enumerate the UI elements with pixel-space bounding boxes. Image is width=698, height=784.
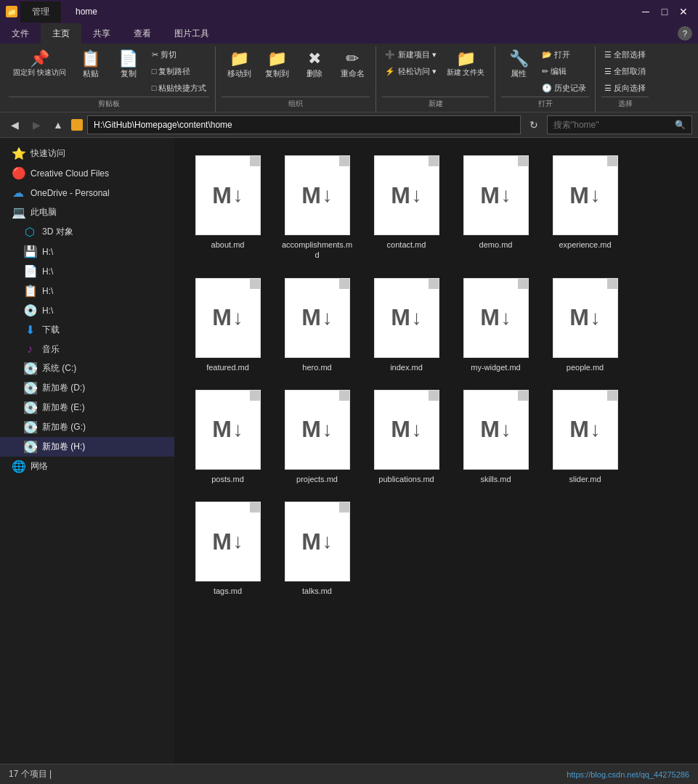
ribbon-tab-share[interactable]: 共享 bbox=[81, 23, 122, 44]
paste-shortcut-button[interactable]: □ 粘贴快捷方式 bbox=[149, 81, 210, 95]
close-button[interactable]: ✕ bbox=[675, 3, 692, 20]
pin-icon: 📌 bbox=[30, 51, 49, 67]
ribbon-tab-picture[interactable]: 图片工具 bbox=[163, 23, 221, 44]
sidebar-item-vol-d[interactable]: 💽 新加卷 (D:) bbox=[0, 378, 174, 398]
file-name: talks.md bbox=[302, 586, 332, 596]
file-item[interactable]: M↓hero.md bbox=[275, 272, 359, 378]
select-label: 选择 bbox=[601, 97, 649, 112]
title-tab-home[interactable]: home bbox=[64, 2, 109, 21]
back-button[interactable]: ◀ bbox=[6, 116, 23, 134]
delete-button[interactable]: ✖ 删除 bbox=[297, 48, 332, 82]
sidebar-item-system-c[interactable]: 💽 系统 (C:) bbox=[0, 359, 174, 378]
sidebar-item-h2[interactable]: 📄 H:\ bbox=[0, 261, 174, 281]
file-item[interactable]: M↓publications.md bbox=[365, 384, 448, 490]
file-item[interactable]: M↓my-widget.md bbox=[454, 272, 537, 378]
sidebar-item-3d[interactable]: ⬡ 3D 对象 bbox=[0, 222, 174, 242]
delete-icon: ✖ bbox=[308, 51, 321, 67]
copy-to-button[interactable]: 📁 复制到 bbox=[259, 48, 294, 82]
file-name: skills.md bbox=[480, 474, 511, 484]
history-button[interactable]: 🕐 历史记录 bbox=[539, 81, 589, 95]
drive-icon-4: 💿 bbox=[23, 303, 36, 317]
new-group-content: ➕ 新建项目 ▾ ⚡ 轻松访问 ▾ 📁 新建 文件夹 bbox=[382, 48, 489, 95]
deselect-all-button[interactable]: ☰ 全部取消 bbox=[601, 65, 649, 78]
new-folder-button[interactable]: 📁 新建 文件夹 bbox=[442, 48, 490, 80]
cut-button[interactable]: ✂ 剪切 bbox=[149, 48, 210, 62]
select-all-icon: ☰ bbox=[604, 50, 612, 60]
paste-button[interactable]: 📋 粘贴 bbox=[73, 48, 108, 82]
sidebar-item-vol-g[interactable]: 💽 新加卷 (G:) bbox=[0, 417, 174, 437]
file-item[interactable]: M↓skills.md bbox=[454, 384, 537, 490]
sidebar-item-downloads[interactable]: ⬇ 下载 bbox=[0, 320, 174, 340]
file-item[interactable]: M↓projects.md bbox=[275, 384, 359, 490]
copy-button[interactable]: 📄 复制 bbox=[111, 48, 146, 82]
file-item[interactable]: M↓about.md bbox=[186, 150, 269, 266]
ribbon-tab-home[interactable]: 主页 bbox=[41, 23, 81, 44]
drive-icon-2: 📄 bbox=[23, 264, 36, 278]
up-button[interactable]: ▲ bbox=[49, 116, 67, 134]
search-input[interactable] bbox=[553, 120, 672, 130]
ribbon: 文件 主页 共享 查看 图片工具 ? 📌 固定到 快速访问 📋 粘贴 bbox=[0, 23, 698, 112]
3d-icon: ⬡ bbox=[23, 225, 36, 239]
file-item[interactable]: M↓posts.md bbox=[186, 384, 269, 490]
open-col: 📂 打开 ✏ 编辑 🕐 历史记录 bbox=[539, 48, 589, 95]
search-box[interactable]: 🔍 bbox=[547, 115, 692, 134]
sidebar-item-creative-cloud[interactable]: 🔴 Creative Cloud Files bbox=[0, 163, 174, 183]
ribbon-group-organize: 📁 移动到 📁 复制到 ✖ 删除 bbox=[216, 46, 376, 112]
sidebar-item-vol-e[interactable]: 💽 新加卷 (E:) bbox=[0, 398, 174, 417]
pin-to-quick-access-button[interactable]: 📌 固定到 快速访问 bbox=[9, 48, 70, 80]
sidebar-item-vol-h[interactable]: 💽 新加卷 (H:) bbox=[0, 437, 174, 457]
file-item[interactable]: M↓contact.md bbox=[365, 150, 448, 266]
rename-button[interactable]: ✏ 重命名 bbox=[335, 48, 370, 82]
download-icon: ⬇ bbox=[23, 323, 36, 337]
open-button[interactable]: 📂 打开 bbox=[539, 48, 589, 62]
copy-path-button[interactable]: □ 复制路径 bbox=[149, 65, 210, 78]
status-link[interactable]: https://blog.csdn.net/qq_44275286 bbox=[567, 770, 689, 779]
move-to-button[interactable]: 📁 移动到 bbox=[222, 48, 256, 82]
edit-button[interactable]: ✏ 编辑 bbox=[539, 65, 589, 78]
file-item[interactable]: M↓accomplishments.md bbox=[275, 150, 359, 266]
ribbon-tab-view[interactable]: 查看 bbox=[122, 23, 163, 44]
select-all-button[interactable]: ☰ 全部选择 bbox=[601, 48, 649, 62]
sidebar-item-this-pc[interactable]: 💻 此电脑 bbox=[0, 203, 174, 222]
file-icon: M↓ bbox=[195, 390, 261, 470]
title-tab-manage[interactable]: 管理 bbox=[20, 1, 61, 23]
file-item[interactable]: M↓index.md bbox=[365, 272, 448, 378]
file-name: contact.md bbox=[387, 240, 426, 250]
forward-button[interactable]: ▶ bbox=[28, 116, 45, 134]
sidebar-item-network[interactable]: 🌐 网络 bbox=[0, 457, 174, 476]
title-bar-left: 📁 管理 home bbox=[6, 1, 109, 23]
search-icon: 🔍 bbox=[675, 120, 686, 130]
file-item[interactable]: M↓tags.md bbox=[186, 496, 269, 602]
properties-button[interactable]: 🔧 属性 bbox=[501, 48, 536, 82]
file-item[interactable]: M↓featured.md bbox=[186, 272, 269, 378]
file-item[interactable]: M↓slider.md bbox=[543, 384, 627, 490]
minimize-button[interactable]: ─ bbox=[637, 3, 654, 20]
sidebar-item-h1[interactable]: 💾 H:\ bbox=[0, 242, 174, 261]
file-item[interactable]: M↓demo.md bbox=[454, 150, 537, 266]
title-bar: 📁 管理 home ─ □ ✕ bbox=[0, 0, 698, 23]
help-button[interactable]: ? bbox=[678, 26, 692, 41]
open-label: 打开 bbox=[501, 97, 589, 112]
maximize-button[interactable]: □ bbox=[656, 3, 673, 20]
address-input[interactable] bbox=[87, 115, 521, 134]
ribbon-tab-file[interactable]: 文件 bbox=[0, 23, 41, 44]
sidebar-item-onedrive[interactable]: ☁ OneDrive - Personal bbox=[0, 183, 174, 203]
invert-selection-button[interactable]: ☰ 反向选择 bbox=[601, 81, 649, 95]
refresh-button[interactable]: ↻ bbox=[525, 116, 543, 134]
sidebar-item-h3[interactable]: 📋 H:\ bbox=[0, 281, 174, 301]
new-item-button[interactable]: ➕ 新建项目 ▾ bbox=[382, 48, 439, 62]
drive-icon-1: 💾 bbox=[23, 245, 36, 258]
markdown-icon: M↓ bbox=[212, 416, 243, 443]
sidebar-item-quick-access[interactable]: ⭐ 快速访问 bbox=[0, 144, 174, 163]
file-icon: M↓ bbox=[553, 390, 618, 470]
organize-group-content: 📁 移动到 📁 复制到 ✖ 删除 bbox=[222, 48, 370, 95]
file-item[interactable]: M↓experience.md bbox=[543, 150, 627, 266]
path-icon bbox=[71, 119, 83, 131]
file-item[interactable]: M↓talks.md bbox=[275, 496, 359, 602]
new-label: 新建 bbox=[382, 97, 489, 112]
easy-access-button[interactable]: ⚡ 轻松访问 ▾ bbox=[382, 65, 439, 78]
sidebar-item-h4[interactable]: 💿 H:\ bbox=[0, 301, 174, 320]
file-item[interactable]: M↓people.md bbox=[543, 272, 627, 378]
sidebar-item-music[interactable]: ♪ 音乐 bbox=[0, 340, 174, 359]
file-name: slider.md bbox=[569, 474, 601, 484]
